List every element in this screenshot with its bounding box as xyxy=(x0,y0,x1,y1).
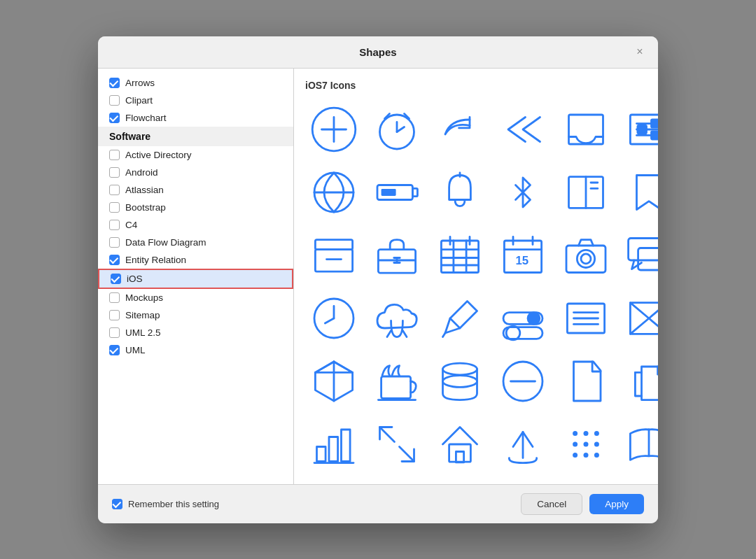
icon-inbox[interactable] xyxy=(557,101,615,158)
icon-open-book[interactable] xyxy=(620,416,658,473)
icon-book[interactable] xyxy=(557,164,615,221)
icon-database[interactable] xyxy=(431,353,489,410)
sidebar-label-data-flow: Data Flow Diagram xyxy=(125,237,206,248)
icon-clock[interactable] xyxy=(305,290,363,347)
icon-camera[interactable] xyxy=(557,227,615,284)
icon-calendar-15[interactable]: 15 xyxy=(494,227,552,284)
sidebar-item-uml[interactable]: UML xyxy=(98,341,293,359)
sidebar-label-uml: UML xyxy=(125,345,146,355)
checkbox-active-directory[interactable] xyxy=(109,150,120,160)
icon-cloud[interactable] xyxy=(368,290,426,347)
checkbox-bootstrap[interactable] xyxy=(109,202,120,213)
icon-archive[interactable] xyxy=(305,227,363,284)
icon-reply[interactable] xyxy=(431,101,489,158)
dialog-footer: Remember this setting Cancel Apply xyxy=(98,484,658,523)
icon-chat[interactable] xyxy=(620,227,658,284)
sidebar-item-entity-relation[interactable]: Entity Relation xyxy=(98,251,293,269)
shapes-dialog: Shapes × Arrows Clipart Flowchart Sof xyxy=(98,36,658,523)
sidebar-label-clipart: Clipart xyxy=(125,95,153,106)
svg-rect-79 xyxy=(317,446,326,461)
icon-house[interactable] xyxy=(431,416,489,473)
svg-line-54 xyxy=(325,318,334,323)
svg-rect-86 xyxy=(456,451,463,462)
remember-label: Remember this setting xyxy=(128,499,219,509)
sidebar-item-bootstrap[interactable]: Bootstrap xyxy=(98,199,293,216)
checkbox-clipart[interactable] xyxy=(109,95,120,106)
icon-basketball[interactable] xyxy=(305,164,363,221)
checkbox-android[interactable] xyxy=(109,167,120,178)
svg-rect-61 xyxy=(503,327,542,339)
sidebar-label-sitemap: Sitemap xyxy=(125,310,160,320)
svg-point-62 xyxy=(506,326,520,340)
icon-graph-bar[interactable] xyxy=(305,416,363,473)
sidebar-item-c4[interactable]: C4 xyxy=(98,216,293,234)
icon-calendar-grid[interactable] xyxy=(431,227,489,284)
checkbox-mockups[interactable] xyxy=(109,292,120,303)
svg-line-55 xyxy=(387,330,391,337)
checkbox-uml[interactable] xyxy=(109,345,120,355)
svg-rect-14 xyxy=(638,125,647,133)
sidebar-item-clipart[interactable]: Clipart xyxy=(98,92,293,109)
svg-rect-13 xyxy=(652,120,659,127)
icon-documents[interactable] xyxy=(620,353,658,410)
checkbox-c4[interactable] xyxy=(109,220,120,230)
sidebar-label-entity-relation: Entity Relation xyxy=(125,255,186,265)
checkbox-sitemap[interactable] xyxy=(109,310,120,320)
checkbox-flowchart[interactable] xyxy=(109,113,120,123)
icon-briefcase[interactable] xyxy=(368,227,426,284)
svg-rect-15 xyxy=(652,131,659,139)
sidebar-item-data-flow[interactable]: Data Flow Diagram xyxy=(98,234,293,251)
svg-rect-80 xyxy=(329,437,338,461)
svg-point-92 xyxy=(584,441,589,446)
sidebar-item-flowchart[interactable]: Flowchart xyxy=(98,109,293,127)
sidebar-label-active-directory: Active Directory xyxy=(125,150,192,160)
icon-plus[interactable] xyxy=(305,101,363,158)
icon-bell[interactable] xyxy=(431,164,489,221)
icon-alarm[interactable] xyxy=(368,101,426,158)
svg-rect-72 xyxy=(382,376,411,399)
icon-coffee[interactable] xyxy=(368,353,426,410)
icon-document[interactable] xyxy=(557,353,615,410)
svg-rect-27 xyxy=(315,249,352,271)
svg-text:15: 15 xyxy=(516,253,529,267)
dialog-overlay[interactable]: Shapes × Arrows Clipart Flowchart Sof xyxy=(0,0,756,559)
svg-point-91 xyxy=(573,441,578,446)
icon-bluetooth[interactable] xyxy=(494,164,552,221)
sidebar-item-uml25[interactable]: UML 2.5 xyxy=(98,324,293,341)
icon-no-image[interactable] xyxy=(620,290,658,347)
sidebar-item-active-directory[interactable]: Active Directory xyxy=(98,146,293,164)
icons-grid: 15 xyxy=(305,101,647,473)
sidebar-item-ios[interactable]: iOS xyxy=(98,269,293,289)
sidebar-item-arrows[interactable]: Arrows xyxy=(98,74,293,92)
sidebar-item-mockups[interactable]: Mockups xyxy=(98,289,293,306)
checkbox-arrows[interactable] xyxy=(109,78,120,88)
svg-line-83 xyxy=(380,427,395,441)
checkbox-data-flow[interactable] xyxy=(109,237,120,248)
icon-battery[interactable] xyxy=(368,164,426,221)
checkbox-entity-relation[interactable] xyxy=(109,255,120,265)
icon-upload[interactable] xyxy=(494,416,552,473)
checkbox-ios[interactable] xyxy=(111,274,121,284)
close-button[interactable]: × xyxy=(633,45,647,59)
checkbox-remember[interactable] xyxy=(112,499,122,509)
icon-list-lines[interactable] xyxy=(557,290,615,347)
icon-minus-circle[interactable] xyxy=(494,353,552,410)
icon-edit[interactable] xyxy=(431,290,489,347)
svg-rect-50 xyxy=(629,238,658,260)
icon-cube[interactable] xyxy=(305,353,363,410)
icon-bookmark[interactable] xyxy=(620,164,658,221)
svg-point-60 xyxy=(527,311,541,325)
cancel-button[interactable]: Cancel xyxy=(521,493,582,515)
icon-arrow-expand[interactable] xyxy=(368,416,426,473)
checkbox-atlassian[interactable] xyxy=(109,185,120,195)
icon-toggle[interactable] xyxy=(494,290,552,347)
svg-point-49 xyxy=(581,253,591,263)
apply-button[interactable]: Apply xyxy=(589,494,644,514)
icon-rewind[interactable] xyxy=(494,101,552,158)
checkbox-uml25[interactable] xyxy=(109,327,120,338)
icon-filter[interactable] xyxy=(620,101,658,158)
sidebar-item-sitemap[interactable]: Sitemap xyxy=(98,306,293,324)
sidebar-item-atlassian[interactable]: Atlassian xyxy=(98,181,293,199)
sidebar-item-android[interactable]: Android xyxy=(98,164,293,181)
icon-grid-dots[interactable] xyxy=(557,416,615,473)
